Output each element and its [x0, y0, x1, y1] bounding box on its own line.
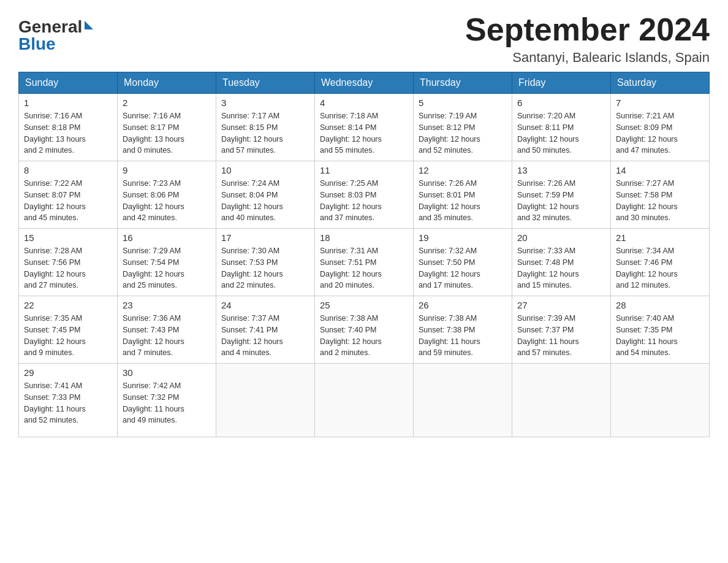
day-number: 26	[419, 300, 507, 310]
calendar-cell: 18Sunrise: 7:31 AMSunset: 7:51 PMDayligh…	[315, 229, 414, 296]
day-info: Sunrise: 7:19 AMSunset: 8:12 PMDaylight:…	[419, 110, 507, 156]
calendar-cell: 2Sunrise: 7:16 AMSunset: 8:17 PMDaylight…	[118, 94, 216, 161]
calendar-cell: 27Sunrise: 7:39 AMSunset: 7:37 PMDayligh…	[512, 296, 611, 364]
calendar-cell: 19Sunrise: 7:32 AMSunset: 7:50 PMDayligh…	[414, 229, 512, 296]
day-info: Sunrise: 7:25 AMSunset: 8:03 PMDaylight:…	[320, 178, 408, 224]
day-info: Sunrise: 7:34 AMSunset: 7:46 PMDaylight:…	[616, 245, 704, 291]
column-header-friday: Friday	[512, 72, 611, 94]
day-info: Sunrise: 7:39 AMSunset: 7:37 PMDaylight:…	[517, 313, 605, 359]
day-number: 3	[221, 98, 309, 108]
day-number: 17	[221, 232, 309, 243]
day-info: Sunrise: 7:28 AMSunset: 7:56 PMDaylight:…	[24, 245, 112, 291]
calendar-week-row: 29Sunrise: 7:41 AMSunset: 7:33 PMDayligh…	[19, 364, 710, 437]
logo-general: General	[18, 18, 82, 36]
calendar-cell: 20Sunrise: 7:33 AMSunset: 7:48 PMDayligh…	[512, 229, 611, 296]
day-number: 9	[123, 165, 211, 175]
day-info: Sunrise: 7:23 AMSunset: 8:06 PMDaylight:…	[123, 178, 211, 224]
calendar-cell: 25Sunrise: 7:38 AMSunset: 7:40 PMDayligh…	[315, 296, 414, 364]
calendar-cell	[315, 364, 414, 437]
day-number: 29	[24, 367, 112, 378]
calendar-cell: 13Sunrise: 7:26 AMSunset: 7:59 PMDayligh…	[512, 161, 611, 229]
day-info: Sunrise: 7:29 AMSunset: 7:54 PMDaylight:…	[123, 245, 211, 291]
calendar-cell: 16Sunrise: 7:29 AMSunset: 7:54 PMDayligh…	[118, 229, 216, 296]
day-info: Sunrise: 7:33 AMSunset: 7:48 PMDaylight:…	[517, 245, 605, 291]
day-number: 7	[616, 98, 704, 108]
calendar-cell: 14Sunrise: 7:27 AMSunset: 7:58 PMDayligh…	[611, 161, 710, 229]
day-info: Sunrise: 7:18 AMSunset: 8:14 PMDaylight:…	[320, 110, 408, 156]
day-info: Sunrise: 7:31 AMSunset: 7:51 PMDaylight:…	[320, 245, 408, 291]
day-info: Sunrise: 7:17 AMSunset: 8:15 PMDaylight:…	[221, 110, 309, 156]
calendar-cell	[414, 364, 512, 437]
day-number: 22	[24, 300, 112, 310]
calendar-header-row: SundayMondayTuesdayWednesdayThursdayFrid…	[19, 72, 710, 94]
day-info: Sunrise: 7:38 AMSunset: 7:38 PMDaylight:…	[419, 313, 507, 359]
day-info: Sunrise: 7:16 AMSunset: 8:18 PMDaylight:…	[24, 110, 112, 156]
logo-triangle-icon	[85, 21, 93, 29]
column-header-tuesday: Tuesday	[216, 72, 315, 94]
calendar-cell: 23Sunrise: 7:36 AMSunset: 7:43 PMDayligh…	[118, 296, 216, 364]
column-header-saturday: Saturday	[611, 72, 710, 94]
day-number: 8	[24, 165, 112, 175]
calendar-cell: 22Sunrise: 7:35 AMSunset: 7:45 PMDayligh…	[19, 296, 118, 364]
day-info: Sunrise: 7:20 AMSunset: 8:11 PMDaylight:…	[517, 110, 605, 156]
calendar-week-row: 22Sunrise: 7:35 AMSunset: 7:45 PMDayligh…	[19, 296, 710, 364]
day-number: 21	[616, 232, 704, 243]
day-info: Sunrise: 7:21 AMSunset: 8:09 PMDaylight:…	[616, 110, 704, 156]
calendar-cell: 29Sunrise: 7:41 AMSunset: 7:33 PMDayligh…	[19, 364, 118, 437]
calendar-cell: 30Sunrise: 7:42 AMSunset: 7:32 PMDayligh…	[118, 364, 216, 437]
calendar-cell: 10Sunrise: 7:24 AMSunset: 8:04 PMDayligh…	[216, 161, 315, 229]
day-number: 4	[320, 98, 408, 108]
day-info: Sunrise: 7:41 AMSunset: 7:33 PMDaylight:…	[24, 380, 112, 426]
day-number: 11	[320, 165, 408, 175]
calendar-cell: 3Sunrise: 7:17 AMSunset: 8:15 PMDaylight…	[216, 94, 315, 161]
day-info: Sunrise: 7:37 AMSunset: 7:41 PMDaylight:…	[221, 313, 309, 359]
calendar-cell: 6Sunrise: 7:20 AMSunset: 8:11 PMDaylight…	[512, 94, 611, 161]
day-number: 28	[616, 300, 704, 310]
logo-blue: Blue	[18, 36, 56, 53]
day-info: Sunrise: 7:26 AMSunset: 8:01 PMDaylight:…	[419, 178, 507, 224]
day-number: 14	[616, 165, 704, 175]
calendar-title: September 2024	[465, 12, 710, 47]
day-number: 15	[24, 232, 112, 243]
day-info: Sunrise: 7:22 AMSunset: 8:07 PMDaylight:…	[24, 178, 112, 224]
day-number: 23	[123, 300, 211, 310]
calendar-cell: 4Sunrise: 7:18 AMSunset: 8:14 PMDaylight…	[315, 94, 414, 161]
day-number: 1	[24, 98, 112, 108]
calendar-cell: 12Sunrise: 7:26 AMSunset: 8:01 PMDayligh…	[414, 161, 512, 229]
day-info: Sunrise: 7:42 AMSunset: 7:32 PMDaylight:…	[123, 380, 211, 426]
day-info: Sunrise: 7:24 AMSunset: 8:04 PMDaylight:…	[221, 178, 309, 224]
column-header-monday: Monday	[118, 72, 216, 94]
day-info: Sunrise: 7:40 AMSunset: 7:35 PMDaylight:…	[616, 313, 704, 359]
page-header: General Blue September 2024 Santanyi, Ba…	[18, 12, 710, 66]
calendar-cell	[611, 364, 710, 437]
title-area: September 2024 Santanyi, Balearic Island…	[465, 12, 710, 66]
day-info: Sunrise: 7:16 AMSunset: 8:17 PMDaylight:…	[123, 110, 211, 156]
day-number: 12	[419, 165, 507, 175]
calendar-week-row: 1Sunrise: 7:16 AMSunset: 8:18 PMDaylight…	[19, 94, 710, 161]
calendar-cell: 24Sunrise: 7:37 AMSunset: 7:41 PMDayligh…	[216, 296, 315, 364]
calendar-cell: 9Sunrise: 7:23 AMSunset: 8:06 PMDaylight…	[118, 161, 216, 229]
logo: General Blue	[18, 18, 93, 53]
day-info: Sunrise: 7:32 AMSunset: 7:50 PMDaylight:…	[419, 245, 507, 291]
day-number: 13	[517, 165, 605, 175]
day-info: Sunrise: 7:38 AMSunset: 7:40 PMDaylight:…	[320, 313, 408, 359]
day-number: 24	[221, 300, 309, 310]
day-number: 19	[419, 232, 507, 243]
day-number: 16	[123, 232, 211, 243]
day-number: 2	[123, 98, 211, 108]
calendar-cell	[216, 364, 315, 437]
day-number: 27	[517, 300, 605, 310]
column-header-wednesday: Wednesday	[315, 72, 414, 94]
calendar-cell: 26Sunrise: 7:38 AMSunset: 7:38 PMDayligh…	[414, 296, 512, 364]
column-header-thursday: Thursday	[414, 72, 512, 94]
day-number: 25	[320, 300, 408, 310]
day-info: Sunrise: 7:26 AMSunset: 7:59 PMDaylight:…	[517, 178, 605, 224]
calendar-cell: 17Sunrise: 7:30 AMSunset: 7:53 PMDayligh…	[216, 229, 315, 296]
day-number: 20	[517, 232, 605, 243]
day-number: 18	[320, 232, 408, 243]
calendar-table: SundayMondayTuesdayWednesdayThursdayFrid…	[18, 72, 710, 437]
calendar-cell: 15Sunrise: 7:28 AMSunset: 7:56 PMDayligh…	[19, 229, 118, 296]
calendar-cell: 1Sunrise: 7:16 AMSunset: 8:18 PMDaylight…	[19, 94, 118, 161]
day-info: Sunrise: 7:27 AMSunset: 7:58 PMDaylight:…	[616, 178, 704, 224]
calendar-cell: 11Sunrise: 7:25 AMSunset: 8:03 PMDayligh…	[315, 161, 414, 229]
